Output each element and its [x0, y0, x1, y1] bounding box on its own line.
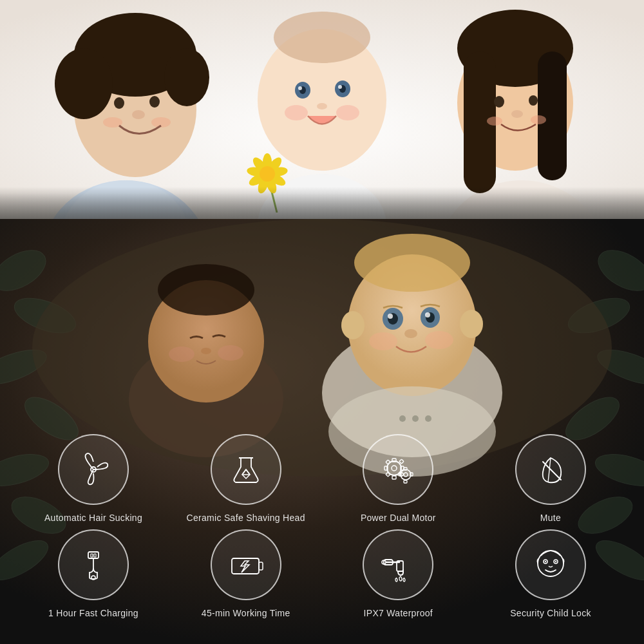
svg-point-6 [55, 48, 113, 119]
gears-icon [379, 450, 417, 489]
svg-point-105 [404, 473, 408, 477]
svg-rect-97 [392, 476, 396, 479]
svg-point-123 [545, 561, 546, 562]
top-section [0, 0, 644, 219]
svg-point-68 [169, 346, 194, 362]
usb-icon [74, 545, 113, 584]
feature-circle-charging [58, 529, 129, 600]
svg-point-33 [285, 105, 308, 120]
battery-icon [227, 545, 265, 584]
features-grid: Automatic Hair Sucking [0, 421, 644, 644]
features-row-2: 1 Hour Fast Charging 45-min Working Time [26, 529, 618, 618]
faucet-icon [379, 545, 417, 584]
svg-point-22 [511, 110, 523, 118]
child-face-icon [531, 545, 570, 584]
svg-point-12 [132, 110, 145, 119]
svg-rect-106 [404, 468, 407, 470]
svg-point-67 [201, 348, 211, 354]
svg-point-73 [341, 311, 365, 339]
svg-point-9 [149, 96, 160, 108]
svg-point-7 [164, 48, 209, 106]
feature-mute: Mute [483, 434, 618, 523]
svg-point-124 [555, 561, 556, 562]
svg-point-19 [529, 95, 538, 106]
feature-working-time: 45-min Working Time [178, 529, 314, 618]
svg-point-69 [218, 345, 243, 361]
svg-marker-90 [242, 469, 250, 478]
svg-line-93 [246, 469, 250, 475]
svg-point-34 [336, 105, 359, 120]
svg-point-31 [338, 85, 342, 89]
svg-point-74 [460, 310, 483, 338]
svg-rect-101 [399, 459, 404, 464]
svg-rect-112 [91, 554, 93, 557]
feature-label-motor: Power Dual Motor [361, 513, 436, 523]
mute-leaf-icon [531, 450, 570, 489]
svg-rect-111 [88, 552, 99, 558]
svg-point-104 [401, 469, 411, 480]
svg-point-21 [531, 115, 546, 124]
svg-rect-109 [410, 473, 413, 476]
feature-circle-motor [363, 434, 433, 505]
feature-child-lock: Security Child Lock [483, 529, 618, 618]
feature-label-childlock: Security Child Lock [510, 608, 591, 618]
svg-point-80 [425, 312, 430, 317]
feature-circle-battery [211, 529, 281, 600]
feature-circle-ceramic [211, 434, 281, 505]
feature-label-ceramic: Ceramic Safe Shaving Head [187, 513, 305, 523]
fan-icon [74, 450, 113, 489]
feature-circle-mute [515, 434, 586, 505]
svg-point-66 [158, 264, 254, 316]
feature-circle-hair-sucking [58, 434, 129, 505]
features-row-1: Automatic Hair Sucking [26, 434, 618, 523]
feature-label-hair-sucking: Automatic Hair Sucking [44, 513, 142, 523]
svg-point-82 [369, 332, 397, 350]
svg-rect-107 [404, 480, 407, 483]
svg-rect-102 [386, 472, 390, 477]
svg-point-83 [425, 331, 453, 349]
feature-circle-childlock [515, 529, 586, 600]
svg-rect-100 [386, 460, 390, 464]
flask-diamond-icon [227, 450, 265, 489]
feature-label-charging: 1 Hour Fast Charging [48, 608, 138, 618]
svg-point-79 [388, 314, 393, 319]
svg-point-30 [298, 86, 302, 90]
svg-point-45 [260, 166, 275, 182]
feature-automatic-hair-sucking: Automatic Hair Sucking [26, 434, 161, 523]
feature-fast-charging: 1 Hour Fast Charging [26, 529, 161, 618]
feature-label-waterproof: IPX7 Waterproof [364, 608, 433, 618]
feature-dual-motor: Power Dual Motor [330, 434, 466, 523]
svg-point-32 [317, 103, 327, 109]
feature-ceramic-shaving: Ceramic Safe Shaving Head [178, 434, 314, 523]
svg-line-92 [242, 469, 246, 475]
family-photo [0, 0, 644, 219]
feature-label-mute: Mute [540, 513, 561, 523]
feature-label-battery: 45-min Working Time [202, 608, 290, 618]
svg-point-20 [487, 117, 502, 126]
feature-waterproof: IPX7 Waterproof [330, 529, 466, 618]
bottom-section: Automatic Hair Sucking [0, 219, 644, 644]
svg-point-81 [404, 329, 417, 338]
svg-point-18 [494, 96, 504, 108]
svg-point-25 [274, 12, 370, 63]
svg-point-95 [392, 466, 397, 471]
svg-rect-113 [94, 554, 96, 557]
feature-circle-waterproof [363, 529, 433, 600]
svg-point-72 [354, 234, 470, 292]
svg-point-8 [114, 97, 124, 109]
